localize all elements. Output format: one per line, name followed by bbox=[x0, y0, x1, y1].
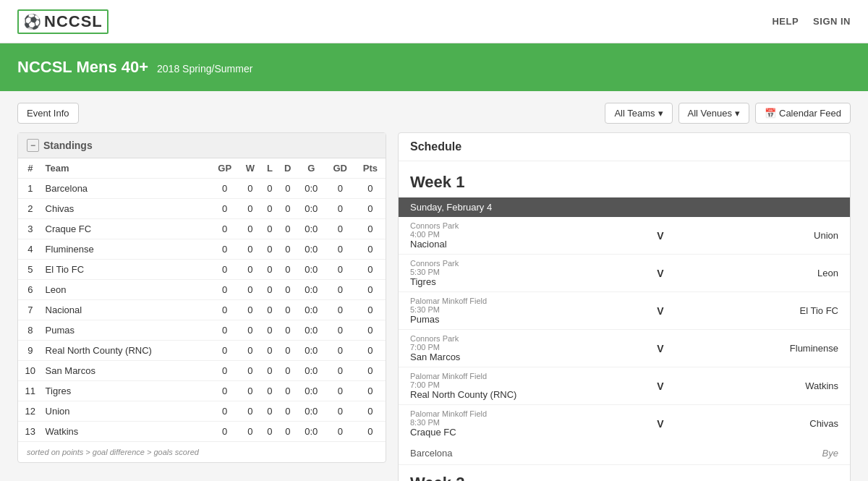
game-vs: V bbox=[569, 230, 752, 242]
standings-label: Standings bbox=[43, 140, 93, 151]
col-rank: # bbox=[18, 158, 43, 179]
col-d: D bbox=[278, 158, 297, 179]
cell-rank: 8 bbox=[18, 320, 43, 341]
cell-gp: 0 bbox=[210, 280, 239, 300]
game-vs: V bbox=[569, 343, 752, 354]
cell-pts: 0 bbox=[355, 179, 386, 199]
cell-l: 0 bbox=[261, 219, 278, 239]
cell-pts: 0 bbox=[355, 300, 386, 320]
game-time: 7:00 PM bbox=[410, 343, 569, 352]
col-l: L bbox=[261, 158, 278, 179]
cell-w: 0 bbox=[239, 300, 261, 320]
cell-g: 0:0 bbox=[297, 341, 326, 361]
cell-rank: 2 bbox=[18, 199, 43, 219]
standings-panel-header: − Standings bbox=[18, 133, 386, 158]
cell-l: 0 bbox=[261, 179, 278, 199]
all-teams-button[interactable]: All Teams ▾ bbox=[605, 103, 672, 124]
cell-team: Pumas bbox=[43, 320, 210, 341]
cell-l: 0 bbox=[261, 280, 278, 300]
toolbar-right: All Teams ▾ All Venues ▾ 📅 Calendar Feed bbox=[605, 103, 851, 124]
col-w: W bbox=[239, 158, 261, 179]
cell-w: 0 bbox=[239, 381, 261, 401]
game-venue: Connors Park bbox=[410, 259, 569, 268]
signin-link[interactable]: SIGN IN bbox=[813, 16, 851, 27]
game-row: Palomar Minkoff Field 7:00 PM Real North… bbox=[399, 367, 850, 405]
cell-w: 0 bbox=[239, 239, 261, 260]
schedule-panel: Schedule Week 1 Sunday, February 4 Conno… bbox=[398, 132, 851, 481]
cell-l: 0 bbox=[261, 199, 278, 219]
cell-pts: 0 bbox=[355, 401, 386, 422]
standings-panel: − Standings # Team GP W L D G GD Pts bbox=[17, 132, 386, 463]
main-content: Event Info All Teams ▾ All Venues ▾ 📅 Ca… bbox=[0, 91, 868, 481]
game-info-left: Palomar Minkoff Field 8:30 PM Craque FC bbox=[410, 409, 569, 438]
col-team: Team bbox=[43, 158, 210, 179]
cell-d: 0 bbox=[278, 422, 297, 442]
week2-title: Week 2 bbox=[399, 465, 850, 481]
help-link[interactable]: HELP bbox=[772, 16, 799, 27]
cell-w: 0 bbox=[239, 341, 261, 361]
cell-team: San Marcos bbox=[43, 361, 210, 381]
cell-gd: 0 bbox=[326, 260, 355, 280]
cell-d: 0 bbox=[278, 381, 297, 401]
cell-gp: 0 bbox=[210, 219, 239, 239]
cell-w: 0 bbox=[239, 401, 261, 422]
cell-gd: 0 bbox=[326, 381, 355, 401]
logo-icon: ⚽ bbox=[23, 13, 41, 30]
cell-d: 0 bbox=[278, 361, 297, 381]
cell-pts: 0 bbox=[355, 381, 386, 401]
collapse-icon[interactable]: − bbox=[27, 139, 39, 152]
day1-header: Sunday, February 4 bbox=[399, 197, 850, 217]
cell-g: 0:0 bbox=[297, 320, 326, 341]
cell-team: Real North County (RNC) bbox=[43, 341, 210, 361]
game-venue: Palomar Minkoff Field bbox=[410, 409, 569, 418]
cell-gp: 0 bbox=[210, 381, 239, 401]
cell-g: 0:0 bbox=[297, 381, 326, 401]
game-home-team: Tigres bbox=[410, 276, 569, 287]
cell-g: 0:0 bbox=[297, 300, 326, 320]
col-g: G bbox=[297, 158, 326, 179]
event-info-button[interactable]: Event Info bbox=[17, 103, 79, 124]
cell-gd: 0 bbox=[326, 401, 355, 422]
cell-d: 0 bbox=[278, 239, 297, 260]
banner-subtitle: 2018 Spring/Summer bbox=[157, 63, 252, 75]
cell-d: 0 bbox=[278, 341, 297, 361]
cell-pts: 0 bbox=[355, 199, 386, 219]
cell-gp: 0 bbox=[210, 361, 239, 381]
cell-w: 0 bbox=[239, 422, 261, 442]
cell-l: 0 bbox=[261, 341, 278, 361]
cell-rank: 7 bbox=[18, 300, 43, 320]
cell-pts: 0 bbox=[355, 280, 386, 300]
calendar-feed-button[interactable]: 📅 Calendar Feed bbox=[755, 103, 851, 124]
calendar-icon: 📅 bbox=[765, 108, 776, 119]
cell-g: 0:0 bbox=[297, 179, 326, 199]
cell-team: Nacional bbox=[43, 300, 210, 320]
all-venues-button[interactable]: All Venues ▾ bbox=[678, 103, 749, 124]
table-row: 12 Union 0 0 0 0 0:0 0 0 bbox=[18, 401, 386, 422]
game-row: Connors Park 4:00 PM Nacional V Union bbox=[399, 217, 850, 255]
game-home-team: San Marcos bbox=[410, 352, 569, 362]
table-row: 4 Fluminense 0 0 0 0 0:0 0 0 bbox=[18, 239, 386, 260]
cell-d: 0 bbox=[278, 320, 297, 341]
cell-gd: 0 bbox=[326, 239, 355, 260]
cell-gd: 0 bbox=[326, 280, 355, 300]
logo-box: ⚽ NCCSL bbox=[17, 9, 109, 34]
cell-team: El Tio FC bbox=[43, 260, 210, 280]
table-row: 6 Leon 0 0 0 0 0:0 0 0 bbox=[18, 280, 386, 300]
game-info-left: Connors Park 7:00 PM San Marcos bbox=[410, 334, 569, 362]
game-venue: Palomar Minkoff Field bbox=[410, 372, 569, 380]
cell-team: Tigres bbox=[43, 381, 210, 401]
cell-gd: 0 bbox=[326, 320, 355, 341]
game-vs: V bbox=[569, 380, 752, 392]
game-time: 5:30 PM bbox=[410, 268, 569, 276]
cell-rank: 1 bbox=[18, 179, 43, 199]
logo-text: NCCSL bbox=[44, 12, 103, 31]
game-time: 5:30 PM bbox=[410, 305, 569, 314]
week1-title: Week 1 bbox=[399, 161, 850, 197]
game-vs: V bbox=[569, 305, 752, 317]
game-info-left: Palomar Minkoff Field 5:30 PM Pumas bbox=[410, 297, 569, 325]
game-info-left: Palomar Minkoff Field 7:00 PM Real North… bbox=[410, 372, 569, 400]
cell-gd: 0 bbox=[326, 199, 355, 219]
cell-gp: 0 bbox=[210, 401, 239, 422]
cell-g: 0:0 bbox=[297, 219, 326, 239]
cell-rank: 3 bbox=[18, 219, 43, 239]
